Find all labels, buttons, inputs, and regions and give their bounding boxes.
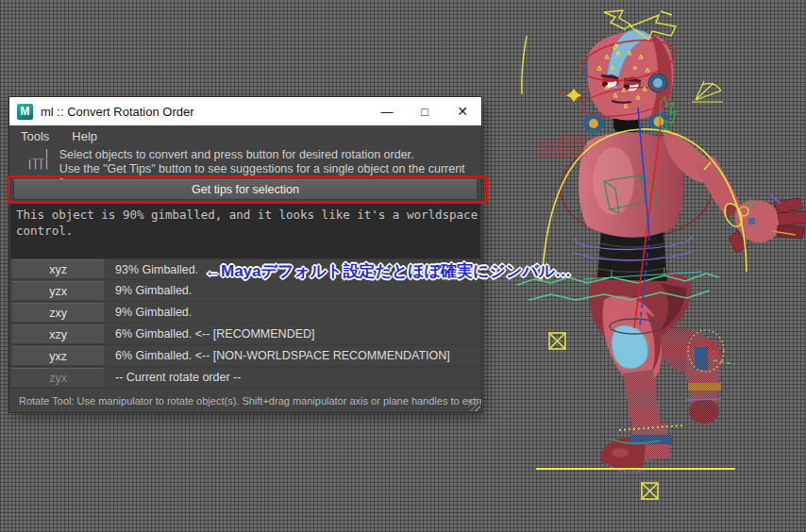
rotation-order-button-yxz[interactable]: yxz	[12, 346, 104, 366]
rotation-result-label: 9% Gimballed.	[115, 306, 192, 319]
jaw-fan-control[interactable]	[692, 81, 723, 102]
rotation-row-zxy: zxy 9% Gimballed.	[9, 302, 481, 324]
rotation-order-button-zyx: zyx	[12, 368, 104, 388]
gimbal-annotation-text: ←Mayaデフォルト設定だとほぼ確実にジンバル…	[205, 260, 571, 282]
rotation-order-button-yzx[interactable]: yzx	[12, 281, 104, 301]
title-bar[interactable]: M ml :: Convert Rotation Order — □ ✕	[9, 97, 481, 125]
status-bar-text: Rotate Tool: Use manipulator to rotate o…	[19, 395, 481, 407]
misc-markers	[522, 36, 589, 158]
instructions: __| |||| Select objects to convert and p…	[9, 146, 481, 176]
character-hand	[729, 194, 806, 253]
console-line-1: This object is 90% gimballed, and it loo…	[16, 208, 478, 222]
menu-bar: Tools Help	[9, 125, 481, 146]
instruction-line-1: Select objects to convert and press butt…	[59, 148, 481, 162]
rotation-result-label: 6% Gimballed. <-- [NON-WORLDSPACE RECOMM…	[115, 349, 450, 362]
minimize-button[interactable]: —	[368, 97, 406, 125]
menu-item-tools[interactable]: Tools	[21, 129, 49, 143]
rotation-row-xzy: xzy 6% Gimballed. <-- [RECOMMENDED]	[9, 324, 481, 345]
maya-icon: M	[17, 104, 33, 120]
close-button[interactable]: ✕	[444, 97, 481, 125]
get-tips-button[interactable]: Get tips for selection	[13, 179, 478, 200]
convert-rotation-order-window: M ml :: Convert Rotation Order — □ ✕ Too…	[9, 97, 481, 412]
rotation-order-button-xyz[interactable]: xyz	[12, 259, 104, 279]
rotation-row-yzx: yzx 9% Gimballed.	[9, 280, 481, 302]
resize-grip[interactable]	[468, 399, 480, 411]
rotation-row-zyx: zyx -- Current rotate order --	[9, 367, 481, 389]
character-waist	[597, 230, 667, 281]
rotation-result-label: 6% Gimballed. <-- [RECOMMENDED]	[115, 327, 315, 341]
character-head	[582, 29, 673, 120]
console-line-2: control.	[16, 224, 73, 238]
rotation-row-yxz: yxz 6% Gimballed. <-- [NON-WORLDSPACE RE…	[9, 345, 481, 367]
rotation-order-button-zxy[interactable]: zxy	[12, 303, 104, 323]
rotation-result-label: 9% Gimballed.	[115, 284, 192, 297]
rotation-result-label: 93% Gimballed.	[115, 263, 198, 276]
console-output: This object is 90% gimballed, and it loo…	[10, 204, 480, 258]
rotation-result-label: -- Current rotate order --	[115, 371, 241, 384]
status-bar: Rotate Tool: Use manipulator to rotate o…	[9, 389, 481, 412]
menu-item-help[interactable]: Help	[72, 129, 97, 143]
selection-handle-box-left[interactable]	[549, 333, 565, 349]
selection-handle-box-bottom[interactable]	[642, 483, 658, 499]
bar-chart-ascii-icon: __| ||||	[23, 148, 50, 169]
rotation-order-button-xzy[interactable]: xzy	[12, 324, 104, 344]
window-title: ml :: Convert Rotation Order	[41, 105, 368, 119]
maximize-button[interactable]: □	[406, 97, 444, 125]
